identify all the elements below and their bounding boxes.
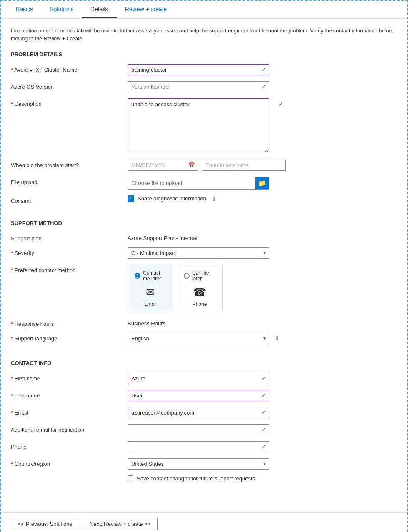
tab-details[interactable]: Details bbox=[82, 1, 117, 18]
last-name-input[interactable] bbox=[128, 390, 261, 401]
main-content: Information provided on this tab will be… bbox=[1, 19, 407, 512]
support-plan-value: Azure Support Plan - Internal bbox=[128, 233, 198, 241]
contact-card-email[interactable]: Contact me later ✉ Email bbox=[128, 265, 173, 312]
phone-type-label: Phone bbox=[193, 301, 207, 307]
email-check: ✓ bbox=[261, 409, 269, 416]
os-version-row: Avere OS Version ✓ bbox=[11, 81, 397, 92]
additional-email-input-wrap: ✓ bbox=[128, 424, 269, 435]
os-version-input-wrap: ✓ bbox=[128, 81, 269, 92]
severity-field: C - Minimal impact ▾ bbox=[128, 247, 286, 259]
info-text: Information provided on this tab will be… bbox=[11, 27, 397, 43]
response-hours-row: * Response hours Business Hours bbox=[11, 318, 397, 327]
problem-start-label: When did the problem start? bbox=[11, 160, 128, 168]
phone-input-wrap: ✓ bbox=[128, 441, 269, 452]
email-input-wrap: ✓ bbox=[128, 407, 269, 418]
response-hours-value: Business Hours bbox=[128, 318, 165, 327]
phone-radio-row: Call me later bbox=[184, 270, 215, 282]
description-textarea-wrap: unable to access cluster ✓ bbox=[128, 98, 286, 154]
cluster-name-label: * Avere vFXT Cluster Name bbox=[11, 64, 128, 73]
description-textarea[interactable]: unable to access cluster bbox=[128, 98, 269, 152]
severity-label: * Severity bbox=[11, 247, 128, 256]
date-placeholder: MM/DD/YYYY bbox=[131, 162, 165, 168]
language-select[interactable]: English bbox=[128, 333, 269, 344]
first-name-check: ✓ bbox=[261, 375, 269, 382]
save-contact-spacer bbox=[11, 475, 128, 478]
contact-me-later-label: Contact me later bbox=[143, 270, 166, 282]
email-input[interactable] bbox=[128, 407, 261, 418]
date-time-row: MM/DD/YYYY 📅 Enter in local time bbox=[128, 160, 286, 171]
last-name-field: ✓ bbox=[128, 390, 286, 401]
country-select-wrap: United States ▾ bbox=[128, 458, 269, 470]
phone-radio-button[interactable] bbox=[184, 273, 190, 279]
description-label: * Description bbox=[11, 98, 128, 107]
phone-check: ✓ bbox=[261, 443, 269, 450]
last-name-check: ✓ bbox=[261, 392, 269, 399]
consent-info-icon[interactable]: ℹ bbox=[213, 195, 215, 202]
save-contact-checkbox[interactable] bbox=[128, 475, 133, 481]
additional-email-input[interactable] bbox=[128, 425, 261, 435]
contact-info-title: CONTACT INFO bbox=[11, 360, 397, 366]
save-contact-control: Save contact changes for future support … bbox=[128, 475, 286, 482]
email-type-label: Email bbox=[144, 301, 157, 307]
contact-method-label: * Preferred contact method bbox=[11, 265, 128, 273]
time-placeholder: Enter in local time bbox=[205, 162, 248, 168]
first-name-input-wrap: ✓ bbox=[128, 373, 269, 384]
cluster-name-field: ✓ bbox=[128, 64, 286, 75]
os-version-field: ✓ bbox=[128, 81, 286, 92]
time-input[interactable]: Enter in local time bbox=[202, 160, 286, 171]
file-upload-row: File upload 📁 bbox=[11, 177, 397, 190]
consent-checkbox[interactable] bbox=[128, 195, 134, 202]
email-label: * Email bbox=[11, 407, 128, 416]
phone-field: ✓ bbox=[128, 441, 286, 452]
additional-email-check: ✓ bbox=[261, 426, 269, 433]
cluster-name-input[interactable] bbox=[128, 65, 261, 75]
phone-row: Phone ✓ bbox=[11, 441, 397, 452]
problem-details-title: PROBLEM DETAILS bbox=[11, 51, 397, 57]
cluster-name-check: ✓ bbox=[261, 66, 269, 73]
email-radio-row: Contact me later bbox=[135, 270, 166, 282]
description-check: ✓ bbox=[278, 101, 283, 107]
contact-card-phone[interactable]: Call me later ☎ Phone bbox=[177, 265, 223, 312]
phone-input[interactable] bbox=[128, 442, 261, 452]
email-radio-button[interactable] bbox=[135, 273, 140, 279]
country-select[interactable]: United States bbox=[128, 458, 269, 470]
next-button[interactable]: Next: Review + create >> bbox=[83, 518, 158, 530]
phone-icon: ☎ bbox=[193, 286, 206, 299]
contact-cards: Contact me later ✉ Email Call me later ☎… bbox=[128, 265, 286, 312]
file-upload-button[interactable]: 📁 bbox=[255, 177, 269, 189]
description-row: * Description unable to access cluster ✓ bbox=[11, 98, 397, 154]
last-name-input-wrap: ✓ bbox=[128, 390, 269, 401]
phone-label: Phone bbox=[11, 441, 128, 450]
save-contact-row: Save contact changes for future support … bbox=[11, 475, 397, 482]
prev-button[interactable]: << Previous: Solutions bbox=[11, 518, 79, 530]
call-me-later-label: Call me later bbox=[192, 270, 215, 282]
cluster-name-row: * Avere vFXT Cluster Name ✓ bbox=[11, 64, 397, 75]
additional-email-field: ✓ bbox=[128, 424, 286, 435]
tab-basics[interactable]: Basics bbox=[8, 1, 41, 18]
email-row: * Email ✓ bbox=[11, 407, 397, 418]
file-upload-label: File upload bbox=[11, 177, 128, 185]
country-label: * Country/region bbox=[11, 458, 128, 467]
consent-field: Share diagnostic information ℹ bbox=[128, 195, 286, 202]
severity-select[interactable]: C - Minimal impact bbox=[128, 247, 269, 259]
os-version-input[interactable] bbox=[128, 82, 261, 92]
support-plan-label: Support plan bbox=[11, 233, 128, 242]
country-row: * Country/region United States ▾ bbox=[11, 458, 397, 470]
first-name-row: * First name ✓ bbox=[11, 373, 397, 384]
last-name-label: * Last name bbox=[11, 390, 128, 399]
calendar-icon: 📅 bbox=[188, 162, 195, 168]
file-upload-control: 📁 bbox=[128, 177, 269, 190]
first-name-label: * First name bbox=[11, 373, 128, 382]
first-name-input[interactable] bbox=[128, 373, 261, 384]
file-upload-input[interactable] bbox=[128, 178, 255, 188]
tab-review-create[interactable]: Review + create bbox=[117, 1, 175, 18]
problem-start-field: MM/DD/YYYY 📅 Enter in local time bbox=[128, 160, 286, 171]
os-version-check: ✓ bbox=[261, 83, 269, 90]
date-input[interactable]: MM/DD/YYYY 📅 bbox=[128, 160, 198, 171]
file-upload-icon: 📁 bbox=[258, 179, 266, 187]
consent-control: Share diagnostic information ℹ bbox=[128, 195, 286, 202]
language-info-icon[interactable]: ℹ bbox=[276, 335, 278, 342]
description-field: unable to access cluster ✓ bbox=[128, 98, 286, 154]
tab-solutions[interactable]: Solutions bbox=[41, 1, 82, 18]
support-language-label: * Support language bbox=[11, 333, 128, 342]
